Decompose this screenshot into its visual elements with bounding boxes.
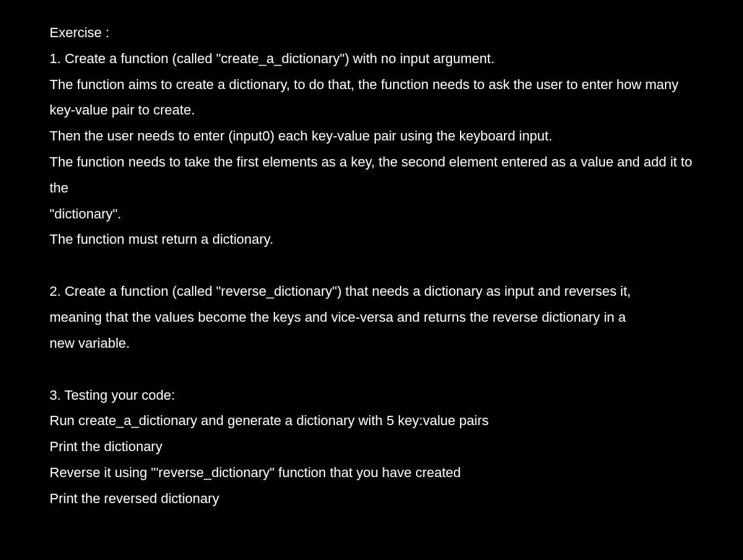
section2-line1: 2. Create a function (called "reverse_di… [50, 278, 693, 304]
section2-line3: new variable. [50, 330, 693, 356]
spacer [50, 356, 693, 382]
section2-line2: meaning that the values become the keys … [50, 304, 693, 330]
section3-line2: Run create_a_dictionary and generate a d… [50, 408, 693, 434]
section3-line1: 3. Testing your code: [50, 382, 693, 408]
section1-line2: The function aims to create a dictionary… [50, 72, 693, 124]
section3-line3: Print the dictionary [50, 434, 693, 460]
section1-line5: "dictionary". [50, 201, 693, 227]
section3-line4: Reverse it using "'reverse_dictionary" f… [50, 460, 693, 486]
section3-line5: Print the reversed dictionary [50, 486, 693, 512]
section1-line4: The function needs to take the first ele… [50, 149, 693, 201]
exercise-document: Exercise : 1. Create a function (called … [50, 20, 693, 512]
exercise-title: Exercise : [50, 20, 693, 46]
spacer [50, 252, 693, 278]
section1-line6: The function must return a dictionary. [50, 226, 693, 252]
section1-line1: 1. Create a function (called "create_a_d… [50, 46, 693, 72]
section1-line3: Then the user needs to enter (input0) ea… [50, 123, 693, 149]
